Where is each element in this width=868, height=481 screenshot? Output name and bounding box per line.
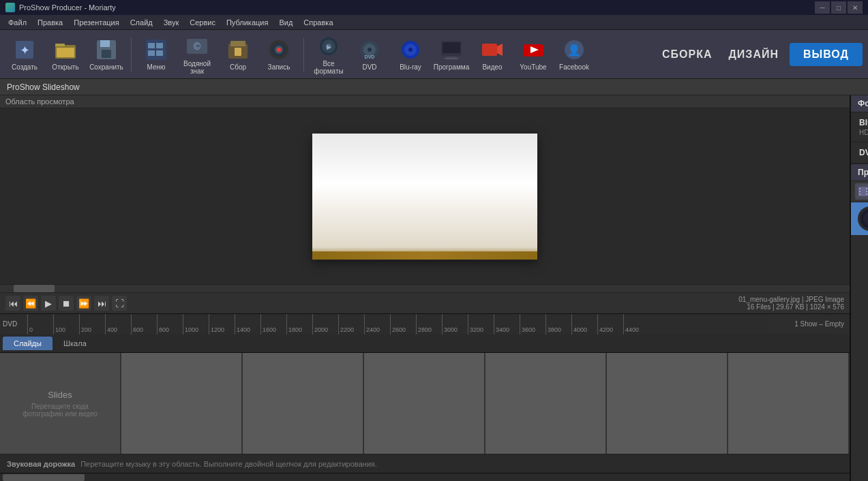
allformats-button[interactable]: ▶ Все форматы: [310, 33, 348, 76]
tick-1000: 1000: [183, 314, 209, 335]
toolbar-sep-1: [131, 37, 132, 72]
svg-point-28: [368, 48, 372, 52]
dvd-label: DVD: [0, 314, 27, 334]
open-label: Открыть: [52, 63, 78, 71]
tick-1800: 1800: [286, 314, 312, 335]
tick-3600: 3600: [520, 314, 545, 335]
menu-tb-label: Меню: [147, 63, 165, 71]
tick-3800: 3800: [545, 314, 571, 335]
bottom-scrollbar[interactable]: [0, 473, 850, 481]
svg-point-32: [408, 48, 413, 52]
bluray-button[interactable]: Blu-ray: [391, 33, 430, 76]
dvd-button[interactable]: DVD DVD: [350, 33, 389, 76]
menu-file[interactable]: Файл: [3, 15, 32, 29]
open-icon: [53, 37, 78, 62]
project-item-1[interactable]: ProShow Slideshow Empty 1: [851, 202, 868, 235]
svg-rect-12: [156, 50, 163, 56]
slide-item-6[interactable]: [607, 353, 728, 454]
slide-item-2[interactable]: [121, 353, 243, 454]
prev-frame-button[interactable]: ⏪: [23, 296, 38, 311]
svg-text:©: ©: [194, 41, 201, 52]
menu-presentation[interactable]: Презентация: [68, 15, 124, 29]
audio-label: Звуковая дорожка: [7, 460, 75, 468]
svg-rect-36: [445, 58, 458, 59]
svg-rect-4: [57, 48, 74, 57]
menu-edit[interactable]: Правка: [32, 15, 68, 29]
svg-rect-8: [146, 40, 166, 60]
create-icon: ✦: [12, 37, 37, 62]
dvd-label: DVD: [362, 63, 376, 71]
tick-3000: 3000: [442, 314, 468, 335]
first-frame-button[interactable]: ⏮: [5, 296, 20, 311]
tick-2600: 2600: [390, 314, 416, 335]
record-icon: [267, 37, 291, 62]
menu-slide[interactable]: Слайд: [125, 15, 158, 29]
video-button[interactable]: Видео: [473, 33, 511, 76]
save-button[interactable]: Сохранить: [87, 33, 125, 76]
tab-slides[interactable]: Слайды: [3, 337, 53, 350]
menu-tb-button[interactable]: Меню: [137, 33, 175, 76]
fullscreen-button[interactable]: ⛶: [112, 296, 127, 311]
menu-publish[interactable]: Публикация: [221, 15, 273, 29]
h-scroll-thumb[interactable]: [3, 474, 85, 481]
menu-service[interactable]: Сервис: [184, 15, 221, 29]
svg-rect-47: [866, 188, 867, 189]
window-controls: ─ □ ✕: [815, 1, 863, 14]
tick-2000: 2000: [312, 314, 338, 335]
output-mode-button[interactable]: ВЫВОД: [790, 43, 863, 66]
minimize-button[interactable]: ─: [815, 1, 830, 14]
format-bluray[interactable]: Blu-ray HD video disc for playback on TV…: [851, 112, 868, 142]
svg-rect-49: [866, 193, 867, 195]
menu-sound[interactable]: Звук: [158, 15, 185, 29]
format-dvd-name: DVD: [859, 148, 868, 157]
slide-item-7[interactable]: [728, 353, 850, 454]
collect-button[interactable]: Сбор: [219, 33, 257, 76]
design-mode-button[interactable]: ДИЗАЙН: [723, 46, 784, 63]
slide-item-5[interactable]: [485, 353, 607, 454]
last-frame-button[interactable]: ⏭: [94, 296, 109, 311]
program-icon: [439, 37, 464, 62]
menu-view[interactable]: Вид: [273, 15, 298, 29]
next-frame-button[interactable]: ⏩: [76, 296, 91, 311]
formats-list: Blu-ray HD video disc for playback on TV…: [851, 112, 868, 164]
slide-item-4[interactable]: [364, 353, 485, 454]
open-button[interactable]: Открыть: [46, 33, 85, 76]
record-button[interactable]: Запись: [260, 33, 298, 76]
tick-4400: 4400: [623, 314, 649, 335]
tab-timeline[interactable]: Шкала: [53, 337, 98, 350]
proj-film-button[interactable]: [855, 183, 868, 200]
program-button[interactable]: Программа: [432, 33, 470, 76]
play-icon: ▶: [45, 298, 52, 309]
tick-2800: 2800: [416, 314, 442, 335]
slide-item-3[interactable]: [243, 353, 364, 454]
assembly-mode-button[interactable]: СБОРКА: [657, 46, 718, 63]
playback-controls: ⏮ ⏪ ▶ ⏹ ⏩ ⏭ ⛶ 01_menu-gallery.jpg | JPEG…: [0, 292, 850, 313]
facebook-button[interactable]: 👤 Facebook: [555, 33, 593, 76]
preview-window: [0, 108, 850, 284]
watermark-button[interactable]: © Водяной знак: [178, 33, 216, 76]
play-button[interactable]: ▶: [41, 296, 56, 311]
svg-rect-11: [148, 50, 155, 56]
project-list: ProShow Slideshow Empty 1: [851, 202, 868, 481]
project-toolbar: + − ▲ ▼ ⊞: [851, 181, 868, 202]
svg-rect-10: [156, 43, 163, 48]
menu-help[interactable]: Справка: [298, 15, 338, 29]
format-dvd[interactable]: DVD: [851, 142, 868, 164]
stop-button[interactable]: ⏹: [59, 296, 74, 311]
svg-rect-6: [100, 40, 110, 47]
audio-track: Звуковая дорожка Перетащите музыку в эту…: [0, 454, 850, 473]
first-icon: ⏮: [9, 298, 18, 309]
preview-scrollbar[interactable]: [0, 284, 850, 292]
svg-point-21: [277, 48, 281, 52]
youtube-button[interactable]: YouTube: [514, 33, 552, 76]
toolbar: ✦ Создать Открыть Сохранить Меню © Водян…: [0, 30, 868, 79]
svg-rect-46: [859, 193, 860, 195]
project-title: ProShow Slideshow: [7, 82, 80, 92]
slide-item-first[interactable]: Slides Перетащите сюдафотографию или вид…: [0, 353, 121, 454]
format-bluray-name: Blu-ray: [859, 118, 868, 127]
create-button[interactable]: ✦ Создать: [5, 33, 44, 76]
record-label: Запись: [268, 63, 290, 71]
maximize-button[interactable]: □: [831, 1, 846, 14]
watermark-icon: ©: [185, 34, 209, 59]
close-button[interactable]: ✕: [848, 1, 863, 14]
